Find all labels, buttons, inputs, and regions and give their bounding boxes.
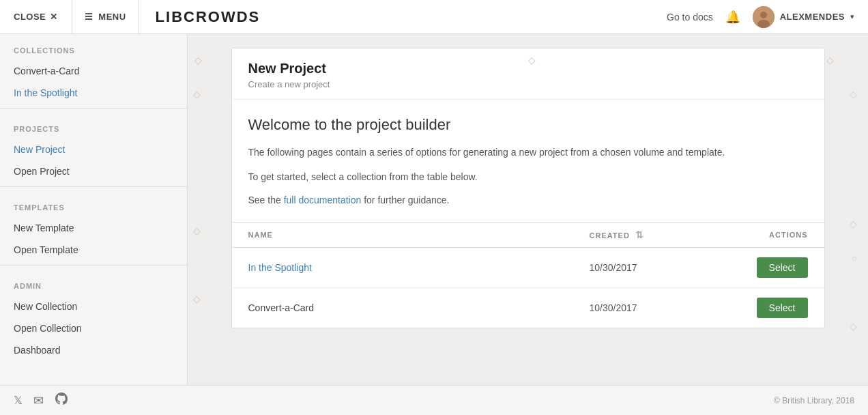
sidebar-item-open-project[interactable]: Open Project — [0, 160, 187, 182]
templates-section-label: TEMPLATES — [0, 191, 187, 217]
sidebar: COLLECTIONS Convert-a-Card In the Spotli… — [0, 34, 188, 385]
deco-diamond-5: ◇ — [193, 225, 201, 236]
deco-diamond-3: ◇ — [826, 55, 834, 66]
collections-section-label: COLLECTIONS — [0, 34, 187, 60]
sidebar-item-dashboard[interactable]: Dashboard — [0, 339, 187, 361]
twitter-icon[interactable]: 𝕏 — [14, 394, 23, 407]
sidebar-item-new-template[interactable]: New Template — [0, 217, 187, 239]
copyright: © British Library, 2018 — [774, 396, 854, 405]
avatar — [753, 6, 775, 28]
deco-diamond-right-2: ◇ — [850, 218, 857, 229]
user-menu[interactable]: ALEXMENDES ▾ — [753, 6, 854, 28]
github-icon[interactable] — [55, 392, 68, 409]
sidebar-item-new-collection[interactable]: New Collection — [0, 296, 187, 317]
row-created-1: 10/30/2017 — [590, 262, 726, 273]
docs-link[interactable]: Go to docs — [667, 12, 713, 23]
welcome-text-1: The following pages contain a series of … — [248, 145, 808, 160]
menu-button[interactable]: ☰ MENU — [72, 0, 139, 33]
welcome-text-2: To get started, select a collection from… — [248, 169, 808, 184]
doc-link[interactable]: full documentation — [284, 195, 362, 205]
sidebar-item-open-collection[interactable]: Open Collection — [0, 317, 187, 339]
sort-icon[interactable]: ⇅ — [635, 229, 644, 240]
project-card: New Project Create a new project Welcome… — [231, 48, 825, 328]
app-logo: LIBCROWDS — [139, 8, 653, 26]
footer: 𝕏 ✉ © British Library, 2018 — [0, 385, 868, 415]
deco-diamond-4: ◇ — [193, 89, 201, 100]
card-title: New Project — [248, 61, 808, 76]
deco-diamond-6: ◇ — [193, 294, 201, 304]
email-icon[interactable]: ✉ — [33, 393, 44, 408]
admin-section-label: ADMIN — [0, 270, 187, 296]
card-body: Welcome to the project builder The follo… — [232, 100, 824, 328]
svg-point-1 — [760, 12, 767, 18]
table-header: NAME CREATED ⇅ ACTIONS — [232, 223, 824, 248]
table-row: Convert-a-Card 10/30/2017 Select — [232, 288, 824, 328]
close-icon: ✕ — [50, 12, 58, 22]
close-button[interactable]: CLOSE ✕ — [0, 0, 72, 33]
header-right: Go to docs 🔔 ALEXMENDES ▾ — [653, 6, 868, 28]
doc-post: for further guidance. — [361, 195, 449, 205]
row-actions-2: Select — [726, 298, 808, 318]
card-header: New Project Create a new project — [232, 48, 824, 100]
table-row: In the Spotlight 10/30/2017 Select — [232, 248, 824, 288]
body-wrap: COLLECTIONS Convert-a-Card In the Spotli… — [0, 34, 868, 385]
menu-icon: ☰ — [85, 12, 93, 22]
doc-pre: See the — [248, 195, 284, 205]
projects-section-label: PROJECTS — [0, 113, 187, 139]
row-created-2: 10/30/2017 — [590, 302, 726, 313]
footer-icons: 𝕏 ✉ — [14, 392, 68, 409]
row-name-in-the-spotlight[interactable]: In the Spotlight — [248, 262, 590, 273]
svg-point-2 — [757, 20, 770, 28]
close-label: CLOSE — [14, 12, 46, 22]
col-created-header: CREATED ⇅ — [590, 229, 726, 240]
username-label: ALEXMENDES — [780, 12, 845, 22]
row-actions-1: Select — [726, 257, 808, 278]
sidebar-item-new-project[interactable]: New Project — [0, 139, 187, 160]
deco-diamond-right-1: ◇ — [850, 89, 857, 100]
notification-bell-icon[interactable]: 🔔 — [725, 10, 740, 25]
card-subtitle: Create a new project — [248, 79, 808, 89]
chevron-down-icon: ▾ — [850, 12, 854, 21]
select-button-2[interactable]: Select — [757, 298, 808, 318]
deco-diamond-right-3: ◇ — [850, 321, 857, 332]
row-name-convert-a-card: Convert-a-Card — [248, 302, 590, 313]
col-name-header: NAME — [248, 231, 590, 239]
sidebar-item-in-the-spotlight[interactable]: In the Spotlight — [0, 82, 187, 104]
doc-text: See the full documentation for further g… — [248, 195, 808, 205]
select-button-1[interactable]: Select — [757, 257, 808, 278]
welcome-heading: Welcome to the project builder — [248, 116, 808, 134]
main-content: ◇ ◇ ◇ ◇ ◇ ◇ ◇ ◇ ○ ◇ New Project Create a… — [188, 34, 868, 385]
collections-table: NAME CREATED ⇅ ACTIONS In the Spotlight … — [232, 222, 824, 328]
app-header: CLOSE ✕ ☰ MENU LIBCROWDS Go to docs 🔔 AL… — [0, 0, 868, 34]
sidebar-item-convert-a-card[interactable]: Convert-a-Card — [0, 60, 187, 82]
col-actions-header: ACTIONS — [726, 231, 808, 239]
menu-label: MENU — [98, 12, 126, 22]
deco-diamond-1: ◇ — [194, 55, 202, 66]
sidebar-item-open-template[interactable]: Open Template — [0, 239, 187, 261]
deco-circle-right: ○ — [852, 253, 857, 263]
